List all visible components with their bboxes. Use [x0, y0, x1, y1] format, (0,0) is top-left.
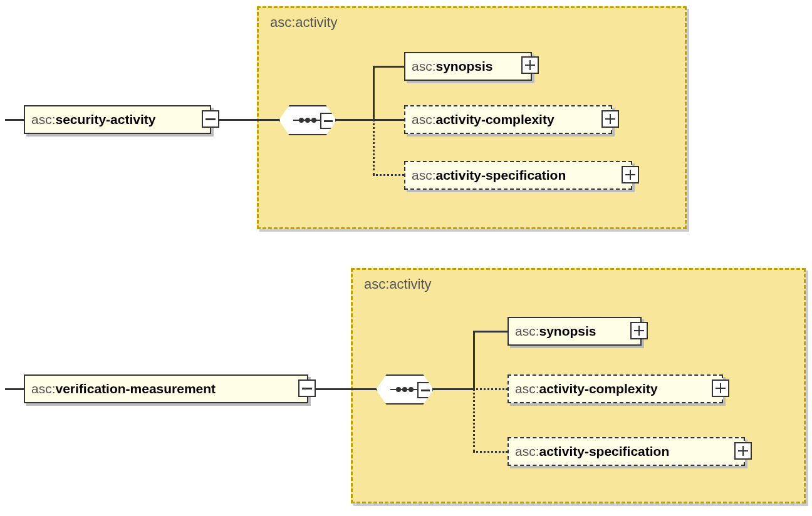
child-activity-complexity-1[interactable]: asc: activity-complexity	[404, 105, 612, 134]
expand-activity-specification-1[interactable]	[622, 166, 639, 183]
sequence-dots-icon	[389, 383, 420, 396]
group-label-1: asc:activity	[270, 14, 338, 31]
connector	[335, 119, 373, 121]
expand-activity-complexity-2[interactable]	[712, 379, 729, 397]
sequence-2	[376, 374, 434, 405]
connector	[373, 119, 375, 175]
collapse-root-2[interactable]	[298, 379, 316, 397]
plus-icon	[525, 60, 535, 70]
connector	[5, 388, 24, 390]
connector	[473, 331, 508, 333]
svg-point-7	[409, 387, 414, 392]
svg-point-6	[402, 387, 407, 392]
svg-point-5	[396, 387, 401, 392]
child-activity-specification-1[interactable]: asc: activity-specification	[404, 161, 632, 190]
connector	[316, 388, 376, 390]
expand-synopsis-2[interactable]	[630, 322, 648, 339]
sequence-1	[279, 105, 336, 135]
connector	[219, 119, 279, 121]
connector	[373, 66, 375, 121]
connector	[473, 331, 475, 390]
connector	[373, 119, 404, 121]
child-synopsis-1[interactable]: asc: synopsis	[404, 52, 532, 81]
connector	[473, 451, 508, 453]
connector	[373, 174, 404, 176]
connector	[373, 66, 404, 68]
expand-synopsis-1[interactable]	[521, 56, 539, 74]
svg-point-1	[299, 118, 304, 123]
plus-icon	[605, 114, 615, 124]
connector	[5, 119, 24, 121]
expand-activity-specification-2[interactable]	[734, 442, 752, 460]
connector	[473, 388, 475, 452]
plus-icon	[738, 446, 748, 456]
root-verification-measurement[interactable]: asc: verification-measurement	[24, 374, 308, 403]
svg-point-2	[305, 118, 310, 123]
group-label-2: asc:activity	[364, 276, 432, 292]
child-activity-complexity-2[interactable]: asc: activity-complexity	[508, 374, 723, 403]
plus-icon	[625, 170, 635, 180]
child-synopsis-2[interactable]: asc: synopsis	[508, 317, 642, 346]
sequence-dots-icon	[292, 114, 323, 126]
plus-icon	[634, 326, 644, 336]
root-security-activity[interactable]: asc: security-activity	[24, 105, 211, 134]
child-activity-specification-2[interactable]: asc: activity-specification	[508, 437, 745, 466]
expand-activity-complexity-1[interactable]	[601, 110, 619, 128]
plus-icon	[716, 383, 726, 393]
connector	[473, 388, 508, 390]
connector	[432, 388, 473, 390]
collapse-root-1[interactable]	[202, 110, 219, 128]
svg-point-3	[311, 118, 316, 123]
